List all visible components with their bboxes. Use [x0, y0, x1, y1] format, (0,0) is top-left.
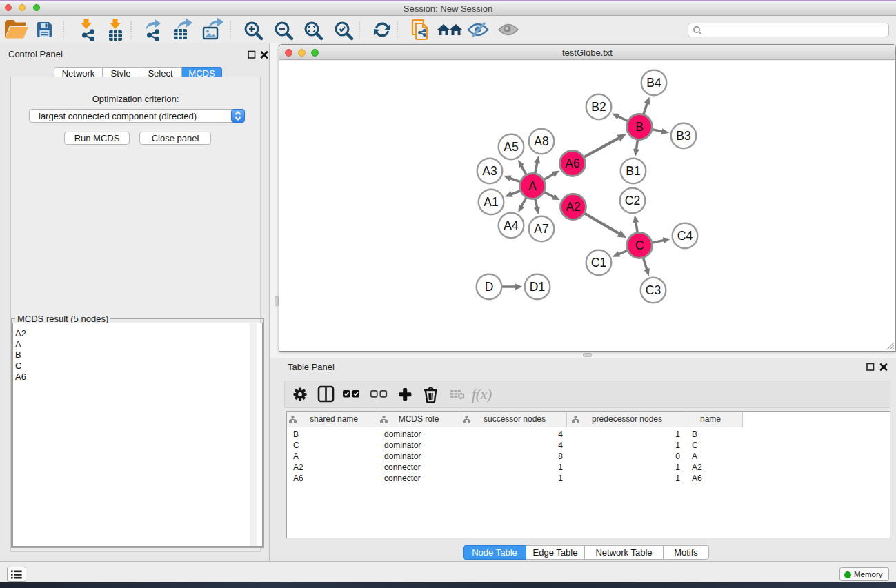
svg-text:f(x): f(x) — [472, 386, 492, 403]
svg-text:D1: D1 — [530, 280, 545, 294]
svg-text:C4: C4 — [677, 229, 693, 243]
svg-text:name: name — [700, 414, 721, 424]
svg-text:MCDS role: MCDS role — [399, 414, 439, 424]
svg-text:B: B — [635, 120, 644, 134]
svg-text:A2: A2 — [566, 200, 580, 214]
svg-text:A1: A1 — [484, 195, 498, 209]
svg-text:D: D — [485, 280, 494, 294]
svg-text:C3: C3 — [646, 283, 661, 297]
svg-text:C2: C2 — [625, 194, 640, 207]
svg-text:C1: C1 — [591, 256, 606, 270]
svg-text:A5: A5 — [504, 140, 518, 154]
svg-text:A: A — [528, 179, 537, 193]
svg-text:successor nodes: successor nodes — [484, 414, 546, 424]
svg-text:A8: A8 — [534, 134, 548, 148]
svg-text:A7: A7 — [534, 222, 548, 236]
svg-text:A4: A4 — [504, 219, 519, 232]
svg-text:C: C — [635, 239, 644, 252]
svg-text:A6: A6 — [565, 156, 579, 170]
svg-text:A3: A3 — [482, 164, 497, 178]
svg-text:shared name: shared name — [310, 414, 358, 424]
svg-text:B4: B4 — [646, 76, 661, 90]
svg-text:B2: B2 — [591, 100, 606, 114]
svg-text:B1: B1 — [626, 164, 640, 178]
svg-text:predecessor nodes: predecessor nodes — [592, 414, 662, 424]
svg-text:B3: B3 — [676, 129, 690, 143]
